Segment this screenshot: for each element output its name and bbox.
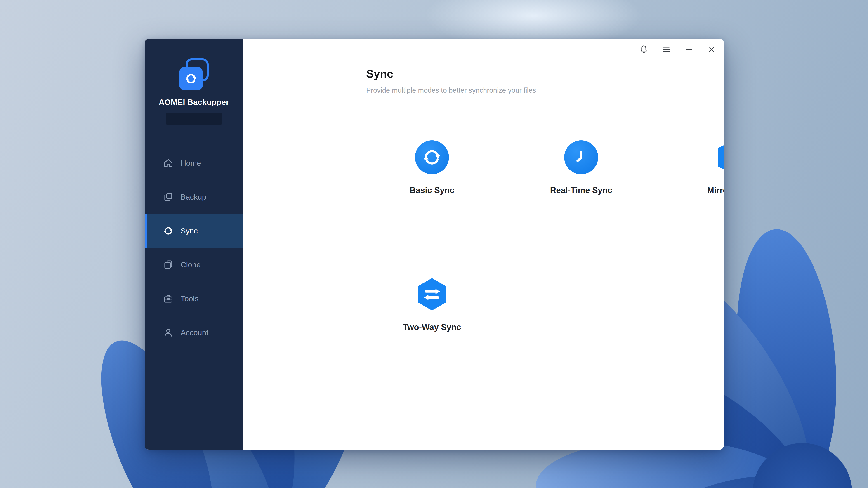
home-icon [163,157,174,169]
sidebar-item-home[interactable]: Home [145,146,243,180]
sidebar-item-tools[interactable]: Tools [145,282,243,315]
sync-modes-grid: Basic Sync Real-Time Sync [358,140,724,332]
sidebar-item-sync[interactable]: Sync [145,214,243,248]
basic-sync-icon [415,140,449,174]
app-logo-icon [177,58,211,92]
logo-front-square [179,67,203,90]
realtime-sync-icon [564,140,598,174]
hamburger-menu-icon [661,44,671,54]
sidebar-item-label: Sync [181,226,198,235]
mirror-sync-icon [713,140,724,174]
mode-label: Basic Sync [410,186,454,195]
sidebar-item-label: Account [181,328,209,337]
mode-mirror-sync[interactable]: Mirror Sync [656,140,724,195]
sidebar-nav: Home Backup Sync [145,146,243,349]
sync-icon [163,225,174,237]
two-way-sync-icon [415,277,449,311]
tools-icon [163,293,174,304]
mode-label: Real-Time Sync [550,186,612,195]
sidebar-item-label: Backup [181,192,206,202]
sidebar-item-clone[interactable]: Clone [145,248,243,282]
account-icon [163,327,174,338]
sync-arrows-icon [184,72,198,86]
hexagon-arrows-icon [415,277,449,311]
minimize-icon [684,44,694,54]
bell-icon [639,44,649,54]
clone-icon [163,259,174,270]
sidebar-item-label: Home [181,159,201,167]
mode-label: Mirror Sync [707,186,724,195]
close-button[interactable] [705,43,718,56]
logo-badge [166,113,222,125]
main-content: Sync Provide multiple modes to better sy… [243,39,724,450]
app-title: AOMEI Backupper [159,98,229,107]
close-icon [707,44,717,54]
minimize-button[interactable] [683,43,695,56]
mode-basic-sync[interactable]: Basic Sync [358,140,506,195]
sidebar-item-account[interactable]: Account [145,315,243,349]
page-title: Sync [366,67,393,81]
sidebar: AOMEI Backupper Home Backup [145,39,243,450]
sidebar-item-label: Clone [181,261,201,269]
app-logo: AOMEI Backupper [145,39,243,125]
mode-real-time-sync[interactable]: Real-Time Sync [506,140,656,195]
notifications-button[interactable] [638,43,650,56]
window-controls [638,43,718,56]
mode-label: Two-Way Sync [403,323,461,332]
sidebar-item-backup[interactable]: Backup [145,180,243,214]
sync-arrows-icon [421,147,443,168]
mirror-book-icon [713,140,724,174]
sidebar-item-label: Tools [181,294,198,303]
app-window: AOMEI Backupper Home Backup [145,39,724,450]
backup-icon [163,191,174,203]
mode-two-way-sync[interactable]: Two-Way Sync [358,277,506,332]
page-subtitle: Provide multiple modes to better synchro… [366,86,536,94]
menu-button[interactable] [660,43,673,56]
desktop-wallpaper: AOMEI Backupper Home Backup [0,0,868,488]
clock-icon [570,147,592,168]
